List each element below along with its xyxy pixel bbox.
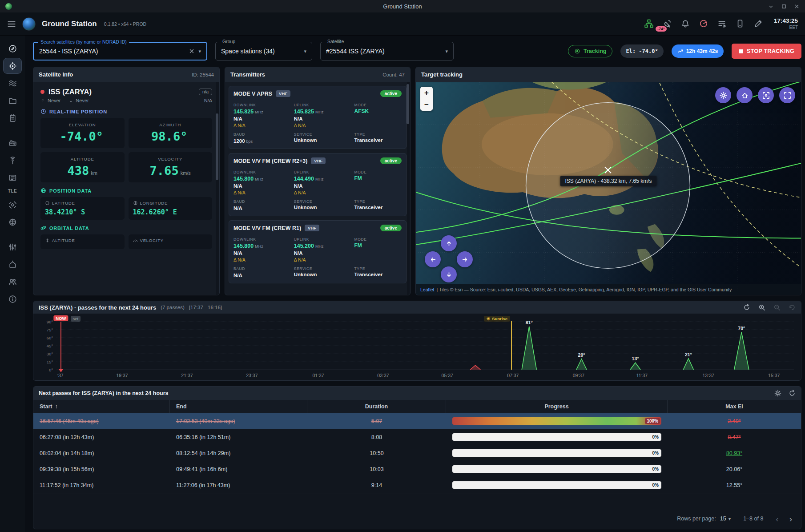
- table-row[interactable]: 06:27:08 (in 12h 43m) 06:35:16 (in 12h 5…: [33, 429, 801, 445]
- sidebar-item-files[interactable]: [4, 93, 21, 108]
- table-refresh-icon[interactable]: [789, 390, 796, 397]
- target-tracking-panel: Target tracking: [415, 67, 801, 295]
- map-home-button[interactable]: [737, 87, 753, 103]
- zoom-in-button[interactable]: +: [420, 87, 433, 99]
- downlink-field: DOWNLINK145.800MHz: [233, 234, 290, 249]
- map-zoom-control: + −: [420, 87, 433, 111]
- search-dropdown-icon[interactable]: ▾: [198, 48, 201, 54]
- menu-icon[interactable]: [7, 20, 16, 28]
- zoom-out-icon[interactable]: [773, 304, 781, 311]
- sidebar-item-tracking[interactable]: [4, 58, 21, 73]
- sidebar-item-news[interactable]: [4, 170, 21, 185]
- next-page-button[interactable]: ›: [789, 515, 792, 523]
- table-row[interactable]: 11:17:52 (in 17h 34m) 11:27:06 (in 17h 4…: [33, 477, 801, 493]
- satellite-dropdown-icon[interactable]: ▾: [445, 48, 448, 54]
- pan-right-button[interactable]: [457, 251, 473, 267]
- table-row[interactable]: 09:39:38 (in 15h 56m) 09:49:41 (in 16h 6…: [33, 461, 801, 477]
- sidebar-item-station[interactable]: [4, 257, 21, 272]
- pan-left-button[interactable]: [425, 251, 441, 267]
- home-icon: [741, 92, 749, 99]
- rows-per-page-select[interactable]: 15▾: [720, 516, 731, 522]
- cell-end: 11:27:06 (in 17h 43m): [170, 482, 307, 488]
- rotator-icon[interactable]: [699, 19, 708, 28]
- pan-down-button[interactable]: [441, 266, 457, 282]
- col-duration[interactable]: Duration: [307, 400, 446, 413]
- y-tick: 15°: [38, 359, 53, 364]
- stat-altitude: ALTITUDE 438km: [40, 152, 125, 182]
- active-badge: active: [380, 157, 402, 164]
- cell-start: 08:02:04 (in 14h 18m): [33, 450, 170, 456]
- group-dropdown-icon[interactable]: ▾: [304, 48, 306, 54]
- clock: 17:43:25 EET: [774, 17, 798, 30]
- clear-search-icon[interactable]: [189, 48, 195, 54]
- col-max-el[interactable]: Max El: [668, 400, 801, 413]
- tracking-toolbar: Search satellites (by name or NORAD ID) …: [33, 36, 801, 67]
- pan-up-button[interactable]: [441, 235, 457, 251]
- cell-start: 16:57:46 (45m 40s ago): [33, 418, 170, 424]
- reset-view-icon[interactable]: [789, 304, 796, 311]
- realtime-section-header: REAL-TIME POSITION: [40, 109, 212, 114]
- col-start[interactable]: Start↑: [33, 400, 170, 413]
- search-input[interactable]: [39, 48, 185, 55]
- satellite-select[interactable]: Satellite #25544 ISS (ZARYA) ▾: [320, 42, 454, 60]
- refresh-icon[interactable]: [743, 304, 750, 311]
- playlist-icon[interactable]: [717, 19, 727, 28]
- leaflet-link[interactable]: Leaflet: [420, 287, 435, 292]
- group-select[interactable]: Group Space stations (34) ▾: [215, 42, 312, 60]
- table-row[interactable]: 16:57:46 (45m 40s ago) 17:02:53 (40m 33s…: [33, 413, 801, 429]
- pass-chart-plot[interactable]: 90°75°60°45°30°15°0° 81°20°13°21°70° set…: [56, 322, 794, 370]
- prev-page-button[interactable]: ‹: [776, 515, 778, 523]
- sidebar-item-about[interactable]: [4, 291, 21, 306]
- map-settings-button[interactable]: [715, 87, 731, 103]
- zoom-out-button[interactable]: −: [420, 99, 433, 111]
- sidebar-item-discover[interactable]: [4, 41, 21, 56]
- sidebar-item-satellite[interactable]: [4, 197, 21, 212]
- col-progress[interactable]: Progress: [446, 400, 668, 413]
- close-icon[interactable]: [794, 4, 800, 9]
- cell-duration: 10:50: [307, 450, 446, 456]
- sidebar-item-constellation[interactable]: [4, 214, 21, 230]
- map-graphics: [416, 82, 801, 295]
- cell-duration: 5:07: [307, 418, 446, 424]
- tracking-status-chip: Tracking: [568, 45, 612, 57]
- transmitters-scrollbar[interactable]: [407, 82, 410, 295]
- dish-icon[interactable]: -74°: [663, 19, 672, 28]
- transmitter-card[interactable]: MODE V/V FM (CREW R1) VHF active DOWNLIN…: [229, 220, 407, 283]
- sidebar-item-waterfall[interactable]: [4, 76, 21, 91]
- edit-icon[interactable]: [754, 19, 763, 28]
- window-title: Ground Station: [0, 3, 805, 10]
- window-titlebar[interactable]: Ground Station: [0, 0, 805, 12]
- fullscreen-icon: [784, 92, 791, 99]
- sidebar-item-schedule[interactable]: [4, 110, 21, 125]
- downlink-corrected: N/A: [233, 183, 290, 189]
- zoom-in-icon[interactable]: [758, 304, 765, 311]
- minimize-icon[interactable]: [768, 4, 774, 9]
- cell-progress: 100%: [446, 417, 668, 425]
- transmitter-card[interactable]: MODE V/V FM (CREW R2+3) VHF active DOWNL…: [229, 153, 407, 216]
- sidebar-item-receiver[interactable]: [4, 135, 21, 150]
- table-settings-icon[interactable]: [774, 390, 781, 397]
- satinfo-scrollbar[interactable]: [216, 82, 219, 295]
- satellite-search-field[interactable]: Search satellites (by name or NORAD ID) …: [33, 42, 207, 60]
- satellite-info-title: Satellite Info: [39, 71, 73, 78]
- col-end[interactable]: End: [170, 400, 307, 413]
- map-center-target-button[interactable]: [758, 87, 774, 103]
- map-fullscreen-button[interactable]: [779, 87, 795, 103]
- table-row[interactable]: 08:02:04 (in 14h 18m) 08:12:54 (in 14h 2…: [33, 445, 801, 461]
- sidebar-item-antenna[interactable]: [4, 153, 21, 168]
- peak-label: 20°: [578, 352, 585, 358]
- stop-tracking-button[interactable]: STOP TRACKING: [732, 44, 801, 59]
- baud-field: BAUD1200bps: [233, 129, 290, 144]
- satellite-info-panel: Satellite Info ID: 25544 ISS (ZARYA) n/a…: [33, 67, 220, 295]
- maximize-icon[interactable]: [781, 4, 787, 9]
- map-attribution: Leaflet | Tiles © Esri — Source: Esri, i…: [416, 284, 801, 295]
- mobile-icon[interactable]: [736, 19, 745, 28]
- transmitter-card[interactable]: MODE V APRS VHF active DOWNLINK145.825MH…: [229, 86, 407, 149]
- latitude-icon: [45, 201, 50, 206]
- network-icon[interactable]: [644, 19, 654, 28]
- alarm-icon[interactable]: [681, 19, 690, 28]
- map-canvas[interactable]: + − ISS (ZARYA) - 438.32 km, 7.65 km/s: [416, 82, 801, 295]
- sidebar-item-users[interactable]: [4, 274, 21, 289]
- table-column-headers: Start↑ End Duration Progress Max El: [33, 400, 801, 413]
- sidebar-item-settings[interactable]: [4, 239, 21, 254]
